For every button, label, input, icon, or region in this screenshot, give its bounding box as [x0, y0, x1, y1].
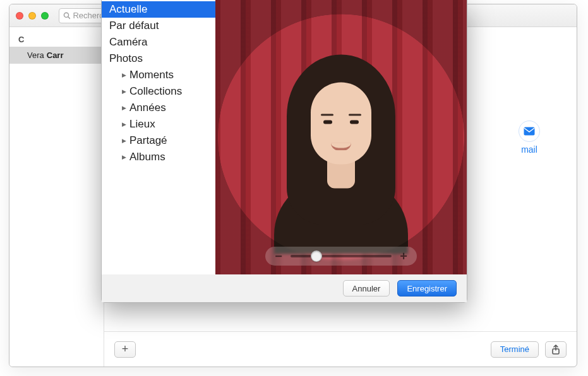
- sheet-body: Actuelle Par défaut Caméra Photos ▶Momen…: [102, 0, 467, 274]
- zoom-in-icon[interactable]: +: [398, 249, 409, 264]
- source-sub-label: Années: [129, 102, 166, 114]
- chevron-right-icon: ▶: [121, 154, 127, 160]
- source-sub-label: Lieux: [129, 118, 155, 131]
- search-icon: [63, 11, 70, 20]
- plus-icon: +: [122, 343, 129, 356]
- source-years[interactable]: ▶Années: [102, 100, 215, 116]
- source-sub-label: Moments: [129, 69, 174, 81]
- share-icon: [551, 344, 560, 355]
- detail-footer: + Terminé: [104, 331, 577, 367]
- minimize-button[interactable]: [28, 12, 36, 20]
- crop-mask: [215, 0, 467, 274]
- svg-line-1: [68, 17, 70, 19]
- svg-rect-2: [524, 127, 535, 136]
- zoom-out-icon[interactable]: −: [273, 249, 284, 264]
- done-button[interactable]: Terminé: [491, 341, 539, 358]
- photo-edit-sheet: Actuelle Par défaut Caméra Photos ▶Momen…: [101, 0, 467, 303]
- chevron-right-icon: ▶: [121, 105, 127, 111]
- mail-icon: [524, 127, 535, 136]
- zoom-slider[interactable]: − +: [265, 247, 417, 266]
- source-shared[interactable]: ▶Partagé: [102, 132, 215, 149]
- zoom-track[interactable]: [291, 255, 392, 257]
- source-sub-label: Collections: [129, 85, 182, 98]
- source-photos[interactable]: Photos: [102, 50, 215, 67]
- contact-row[interactable]: Vera Carr: [9, 47, 104, 64]
- chevron-right-icon: ▶: [121, 72, 127, 78]
- share-button[interactable]: [545, 341, 567, 358]
- contact-first-name: Vera: [27, 50, 44, 60]
- source-places[interactable]: ▶Lieux: [102, 116, 215, 132]
- chevron-right-icon: ▶: [121, 88, 127, 95]
- mail-icon-circle: [519, 120, 540, 142]
- cancel-button[interactable]: Annuler: [343, 280, 390, 297]
- mail-label: mail: [521, 144, 537, 155]
- source-current[interactable]: Actuelle: [102, 1, 215, 18]
- source-camera[interactable]: Caméra: [102, 34, 215, 50]
- close-button[interactable]: [16, 12, 23, 20]
- contacts-sidebar: C Vera Carr: [9, 27, 104, 367]
- source-default[interactable]: Par défaut: [102, 18, 215, 34]
- add-button[interactable]: +: [114, 341, 136, 358]
- mail-action[interactable]: mail: [519, 120, 540, 155]
- source-sub-label: Partagé: [129, 134, 167, 147]
- save-button[interactable]: Enregistrer: [397, 280, 457, 297]
- source-albums[interactable]: ▶Albums: [102, 149, 215, 165]
- photo-preview[interactable]: − +: [215, 0, 467, 274]
- source-sub-label: Albums: [129, 151, 165, 163]
- zoom-button[interactable]: [41, 12, 49, 20]
- chevron-right-icon: ▶: [121, 121, 127, 127]
- chevron-right-icon: ▶: [121, 138, 127, 144]
- source-collections[interactable]: ▶Collections: [102, 83, 215, 100]
- contact-last-name: Carr: [47, 50, 64, 60]
- zoom-thumb[interactable]: [311, 250, 322, 262]
- section-header: C: [9, 32, 104, 47]
- source-list: Actuelle Par défaut Caméra Photos ▶Momen…: [102, 0, 215, 274]
- window-controls: [16, 12, 49, 20]
- sheet-footer: Annuler Enregistrer: [102, 274, 467, 302]
- source-moments[interactable]: ▶Moments: [102, 67, 215, 83]
